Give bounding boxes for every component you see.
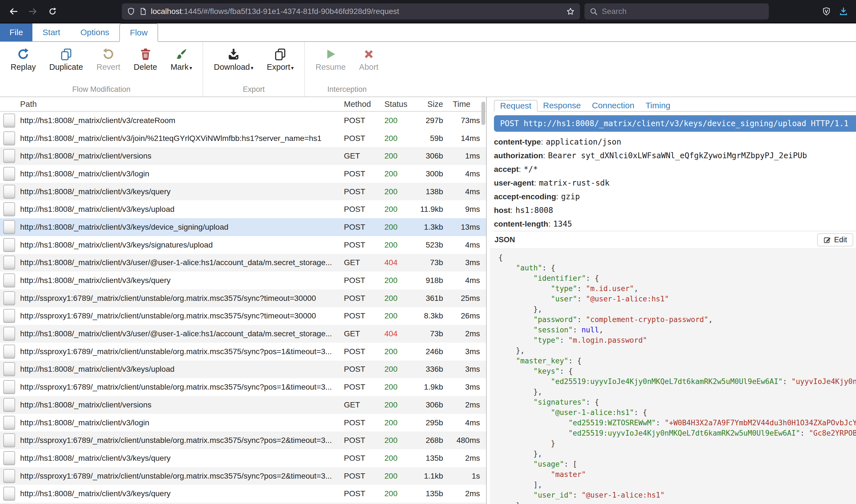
- bookmark-star-icon[interactable]: [566, 7, 575, 16]
- export-button[interactable]: Export▾: [260, 45, 300, 73]
- url-bar[interactable]: localhost:1445/#/flows/fba5f13d-91e1-437…: [122, 3, 580, 20]
- page-info-icon[interactable]: [139, 7, 147, 16]
- header-line[interactable]: accept-encoding:gzip: [494, 190, 856, 203]
- detail-tab-request[interactable]: Request: [494, 100, 537, 112]
- flow-row[interactable]: http://hs1:8008/_matrix/client/v3/keys/q…: [0, 485, 486, 503]
- header-line[interactable]: user-agent:matrix-rust-sdk: [494, 176, 856, 190]
- header-line[interactable]: accept:*/*: [494, 162, 856, 176]
- menu-tab-start[interactable]: Start: [32, 23, 70, 41]
- flow-row[interactable]: http://hs1:8008/_matrix/client/versionsG…: [0, 147, 486, 165]
- url-host: localhost: [151, 7, 182, 16]
- abort-button[interactable]: Abort: [352, 45, 385, 73]
- detail-tab-connection[interactable]: Connection: [586, 100, 640, 111]
- browser-search-bar[interactable]: Search: [584, 3, 769, 20]
- flow-mark-button[interactable]: [3, 238, 15, 252]
- flow-time: 480ms: [443, 436, 480, 445]
- flow-row[interactable]: http://hs1:8008/_matrix/client/v3/keys/q…: [0, 272, 486, 289]
- flow-mark-button[interactable]: [3, 416, 15, 430]
- flow-row-partial[interactable]: [0, 503, 486, 504]
- json-body-view[interactable]: { "auth": { "identifier": { "type": "m.i…: [490, 248, 856, 504]
- flow-row[interactable]: http://ssproxy1:6789/_matrix/client/unst…: [0, 343, 486, 361]
- replay-button[interactable]: Replay: [4, 45, 42, 73]
- shield-permissions-icon[interactable]: [127, 7, 135, 16]
- flows-scrollbar-thumb[interactable]: [481, 102, 485, 125]
- json-line: {: [498, 253, 856, 263]
- flow-row[interactable]: http://hs1:8008/_matrix/client/v3/join/%…: [0, 129, 486, 147]
- column-header-method[interactable]: Method: [331, 100, 367, 109]
- flow-row[interactable]: http://ssproxy1:6789/_matrix/client/unst…: [0, 431, 486, 449]
- detail-tab-response[interactable]: Response: [537, 100, 586, 111]
- flow-row[interactable]: http://hs1:8008/_matrix/client/v3/loginP…: [0, 414, 486, 432]
- flow-row[interactable]: http://hs1:8008/_matrix/client/v3/keys/s…: [0, 236, 486, 254]
- json-line: },: [498, 387, 856, 397]
- reload-button[interactable]: [45, 4, 60, 19]
- flow-row[interactable]: http://hs1:8008/_matrix/client/v3/keys/d…: [0, 218, 486, 236]
- flow-time: 3ms: [443, 365, 480, 374]
- back-button[interactable]: [6, 4, 21, 19]
- downloads-icon[interactable]: [839, 7, 848, 16]
- flow-row[interactable]: http://ssproxy1:6789/_matrix/client/unst…: [0, 289, 486, 307]
- flow-row[interactable]: http://hs1:8008/_matrix/client/versionsG…: [0, 396, 486, 414]
- flow-mark-button[interactable]: [3, 185, 15, 199]
- flow-row[interactable]: http://hs1:8008/_matrix/client/v3/user/@…: [0, 254, 486, 272]
- flow-mark-button[interactable]: [3, 131, 15, 145]
- flow-mark-button[interactable]: [3, 451, 15, 465]
- forward-button[interactable]: [26, 4, 40, 19]
- flow-mark-button[interactable]: [3, 380, 15, 394]
- file-menu-button[interactable]: File: [0, 23, 32, 41]
- flow-row[interactable]: http://hs1:8008/_matrix/client/v3/keys/q…: [0, 183, 486, 201]
- flow-mark-button[interactable]: [3, 469, 15, 483]
- column-header-time[interactable]: Time: [443, 100, 480, 109]
- menu-tab-flow[interactable]: Flow: [119, 23, 158, 42]
- header-line[interactable]: host:hs1:8008: [494, 203, 856, 217]
- header-line[interactable]: content-length:1345: [494, 217, 856, 231]
- flow-row[interactable]: http://hs1:8008/_matrix/client/v3/keys/u…: [0, 361, 486, 378]
- flow-mark-button[interactable]: [3, 433, 15, 447]
- flow-row[interactable]: http://ssproxy1:6789/_matrix/client/unst…: [0, 467, 486, 485]
- extension-shield-icon[interactable]: [822, 7, 831, 16]
- flow-size: 1.1kb: [396, 472, 443, 481]
- menu-tab-options[interactable]: Options: [70, 23, 119, 41]
- flow-mark-button[interactable]: [3, 220, 15, 234]
- flow-mark-button[interactable]: [3, 309, 15, 323]
- header-line[interactable]: authorization:Bearer syt_dXNlci0xLWFsaWN…: [494, 149, 856, 162]
- mark-button[interactable]: Mark▾: [164, 45, 199, 73]
- flow-row[interactable]: http://hs1:8008/_matrix/client/v3/keys/u…: [0, 200, 486, 218]
- json-line: "signatures": {: [498, 397, 856, 408]
- download-button[interactable]: Download▾: [207, 45, 260, 73]
- column-header-status[interactable]: Status: [367, 100, 396, 109]
- duplicate-button[interactable]: Duplicate: [42, 45, 90, 73]
- flow-path: http://ssproxy1:6789/_matrix/client/unst…: [18, 472, 331, 481]
- detail-tab-timing[interactable]: Timing: [640, 100, 676, 111]
- header-line[interactable]: content-type:application/json: [494, 135, 856, 149]
- flow-mark-button[interactable]: [3, 362, 15, 376]
- flow-mark-button[interactable]: [3, 256, 15, 270]
- flow-row[interactable]: http://ssproxy1:6789/_matrix/client/unst…: [0, 378, 486, 396]
- flow-mark-button[interactable]: [3, 273, 15, 287]
- flow-mark-button[interactable]: [3, 202, 15, 216]
- flow-mark-button[interactable]: [3, 487, 15, 501]
- delete-button[interactable]: Delete: [127, 45, 164, 73]
- flow-mark-button[interactable]: [3, 398, 15, 412]
- column-header-path[interactable]: Path: [18, 100, 331, 109]
- flow-row[interactable]: http://ssproxy1:6789/_matrix/client/unst…: [0, 307, 486, 325]
- header-value: hs1:8008: [515, 206, 553, 215]
- flow-mark-button[interactable]: [3, 113, 15, 128]
- flow-row[interactable]: http://hs1:8008/_matrix/client/v3/loginP…: [0, 165, 486, 183]
- revert-button[interactable]: Revert: [90, 45, 127, 73]
- resume-button[interactable]: Resume: [309, 45, 352, 73]
- edit-body-button[interactable]: Edit: [817, 233, 853, 247]
- header-colon: :: [556, 192, 558, 201]
- request-line[interactable]: POST http://hs1:8008/_matrix/client/v3/k…: [494, 115, 856, 132]
- flow-row[interactable]: http://hs1:8008/_matrix/client/v3/keys/q…: [0, 449, 486, 467]
- flow-mark-button[interactable]: [3, 327, 15, 341]
- flow-row[interactable]: http://hs1:8008/_matrix/client/v3/user/@…: [0, 325, 486, 343]
- flow-time: 4ms: [443, 187, 480, 196]
- flow-mark-button[interactable]: [3, 149, 15, 163]
- flow-mark-button[interactable]: [3, 291, 15, 305]
- column-header-size[interactable]: Size: [396, 100, 443, 109]
- flow-mark-button[interactable]: [3, 167, 15, 181]
- flow-mark-button[interactable]: [3, 345, 15, 359]
- toolbar-group: Download▾Export▾Export: [203, 42, 304, 96]
- flow-row[interactable]: http://hs1:8008/_matrix/client/v3/create…: [0, 112, 486, 129]
